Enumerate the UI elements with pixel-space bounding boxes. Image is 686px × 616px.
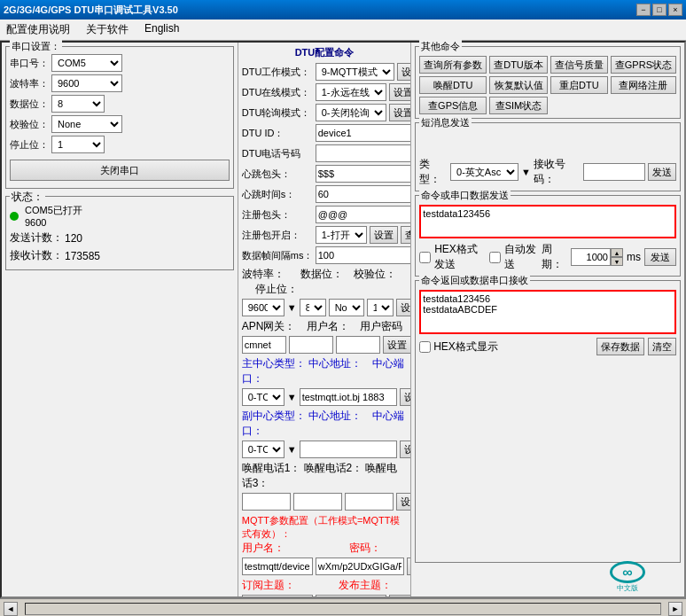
sms-type-select[interactable]: 0-英文Asc	[450, 163, 518, 181]
work-mode-row: DTU工作模式： 9-MQTT模式 设置 查询	[242, 63, 407, 81]
query-all-button[interactable]: 查询所有参数	[419, 56, 487, 74]
dtu-stopbits-select[interactable]: 1	[367, 299, 394, 316]
hex-display-checkbox[interactable]	[419, 341, 431, 353]
dtu-parity-select[interactable]: None	[329, 299, 364, 316]
data-interval-input[interactable]: 100	[316, 246, 411, 264]
scroll-right-button[interactable]: ►	[668, 602, 682, 616]
online-mode-select[interactable]: 1-永远在线	[316, 83, 386, 101]
data-send-input-area: testdata123456	[419, 205, 676, 238]
work-mode-set-button[interactable]: 设置	[397, 63, 411, 81]
receive-line2: testdataABCDEF	[423, 304, 673, 315]
wake1-input[interactable]	[242, 493, 291, 511]
sms-recv-input[interactable]	[583, 163, 645, 181]
wake-set-button[interactable]: 设置	[396, 493, 411, 511]
period-label: 周期：	[542, 242, 567, 272]
data-send-input[interactable]: testdata123456	[423, 208, 673, 235]
auto-send-checkbox[interactable]	[489, 252, 501, 263]
menu-english[interactable]: English	[142, 21, 182, 38]
apn-input[interactable]: cmnet	[242, 336, 286, 354]
mqtt-user-input[interactable]: testmqtt/device1	[242, 558, 313, 575]
left-panel: 串口设置： 串口号： COM5 波特率： 9600 数据位： 8 校验	[2, 43, 238, 597]
logo-area: ∞ 中文版	[415, 566, 681, 593]
baud-select[interactable]: 9600	[51, 74, 122, 92]
restart-dtu-button[interactable]: 重启DTU	[550, 76, 608, 94]
port-select[interactable]: COM5	[51, 54, 122, 72]
pub-topic-label: 发布主题：	[339, 579, 392, 591]
phone-input[interactable]	[316, 144, 411, 162]
pub-topic-input[interactable]: hellotopic	[316, 595, 386, 597]
dtu-config-panel: DTU配置命令 DTU工作模式： 9-MQTT模式 设置 查询 DTU在线模式：…	[238, 43, 411, 597]
query-gps-button[interactable]: 查GPS信息	[419, 97, 487, 114]
dtu-id-input[interactable]: device1	[316, 124, 411, 142]
period-input[interactable]: 1000	[571, 248, 611, 266]
stopbits-select[interactable]: 1	[51, 136, 105, 153]
dtu-config-title: DTU配置命令	[242, 46, 407, 59]
menu-config[interactable]: 配置使用说明	[4, 21, 73, 38]
maximize-button[interactable]: □	[652, 4, 667, 16]
dtu-databits-select[interactable]: 8	[300, 299, 326, 316]
data-interval-label: 数据帧间隔ms：	[242, 249, 313, 262]
send-count-value: 120	[65, 232, 82, 245]
parity-select[interactable]: None	[51, 115, 122, 133]
poll-mode-select[interactable]: 0-关闭轮询	[316, 104, 386, 121]
receive-area: testdata123456 testdataABCDEF	[419, 290, 676, 334]
query-signal-button[interactable]: 查信号质量	[550, 56, 608, 74]
secondary-type-select[interactable]: 0-TCP	[242, 441, 285, 458]
menu-about[interactable]: 关于软件	[83, 21, 131, 38]
period-down-button[interactable]: ▼	[611, 257, 623, 266]
primary-addr-input[interactable]	[300, 388, 397, 406]
secondary-set-button[interactable]: 设置	[400, 441, 412, 458]
dtu-baud-select[interactable]: 9600	[242, 299, 285, 316]
query-gprs-button[interactable]: 查GPRS状态	[611, 56, 676, 74]
hex-send-checkbox[interactable]	[419, 252, 431, 263]
apn-set-button[interactable]: 设置	[383, 336, 411, 354]
primary-set-button[interactable]: 设置	[400, 388, 412, 406]
data-send-button[interactable]: 发送	[644, 248, 676, 266]
reg-header-input[interactable]: @@@	[316, 206, 411, 223]
sub-topic-input[interactable]: hellotopic	[242, 595, 313, 597]
mqtt-pass-input[interactable]: wXm/p2UDxGIGa/Fgw	[316, 558, 404, 575]
hb-interval-input[interactable]: 60	[316, 185, 411, 203]
save-data-button[interactable]: 保存数据	[596, 338, 644, 355]
poll-mode-label: DTU轮询模式：	[242, 106, 313, 120]
hb-header-input[interactable]: $$$	[316, 165, 411, 183]
baud-params-header: 波特率： 数据位： 校验位： 停止位：	[242, 267, 407, 297]
databits-label: 数据位：	[10, 97, 50, 111]
topic-set-button[interactable]: 设置	[389, 595, 411, 597]
primary-type-select[interactable]: 0-TCP	[242, 388, 285, 406]
restore-default-button[interactable]: 恢复默认值	[489, 76, 548, 94]
apn-pass-input[interactable]	[336, 336, 380, 354]
query-network-button[interactable]: 查网络注册	[611, 76, 676, 94]
apn-user-input[interactable]	[289, 336, 333, 354]
period-up-button[interactable]: ▲	[611, 248, 623, 257]
poll-mode-set-button[interactable]: 设置	[389, 104, 411, 121]
close-port-button[interactable]: 关闭串口	[10, 160, 230, 181]
stopbits-row: 停止位： 1	[10, 136, 230, 153]
baud-params-set-button[interactable]: 设置	[396, 299, 412, 316]
port-row: 串口号： COM5	[10, 54, 230, 72]
pass-label: 用户密码	[360, 320, 402, 332]
databits-select[interactable]: 8	[51, 95, 105, 113]
hex-send-label: HEX格式发送	[434, 242, 486, 272]
wake-dtu-button[interactable]: 唤醒DTU	[419, 76, 487, 94]
query-version-button[interactable]: 查DTU版本	[489, 56, 548, 74]
sms-type-label: 类型：	[419, 157, 448, 187]
sms-recv-label: 接收号码：	[534, 157, 581, 187]
phone-label: DTU电话号码	[242, 147, 313, 160]
wake3-input[interactable]	[345, 493, 394, 511]
scroll-track[interactable]	[25, 603, 661, 615]
reg-open-query-button[interactable]: 查询	[401, 226, 411, 244]
mqtt-section: MQTT参数配置（工作模式=MQTT模式有效）： 用户名： 密码： testmq…	[242, 514, 407, 597]
query-sim-button[interactable]: 查SIM状态	[489, 97, 548, 114]
clear-data-button[interactable]: 清空	[648, 338, 676, 355]
sms-send-button[interactable]: 发送	[648, 163, 676, 181]
scroll-left-button[interactable]: ◄	[4, 602, 18, 616]
close-button[interactable]: ×	[668, 4, 682, 16]
wake2-input[interactable]	[293, 493, 342, 511]
online-mode-set-button[interactable]: 设置	[389, 83, 411, 101]
secondary-addr-input[interactable]	[300, 441, 397, 458]
minimize-button[interactable]: −	[636, 4, 651, 16]
reg-open-set-button[interactable]: 设置	[370, 226, 398, 244]
reg-open-select[interactable]: 1-打开	[316, 226, 367, 244]
work-mode-select[interactable]: 9-MQTT模式	[316, 63, 394, 81]
